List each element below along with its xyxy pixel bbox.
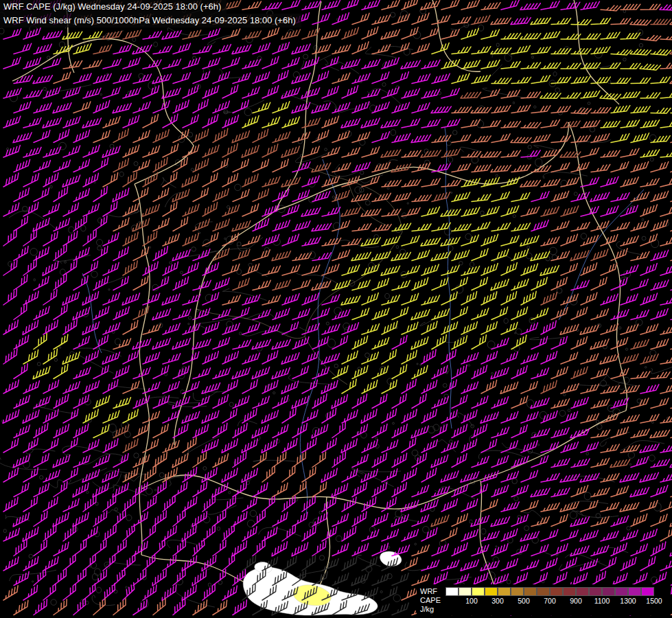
wrf-weather-map-screen: WRF CAPE (J/kg) Wednesday 24-09-2025 18:… — [0, 0, 672, 618]
region-border-line — [305, 232, 402, 336]
legend-swatch — [459, 587, 472, 596]
region-border-line — [196, 309, 305, 339]
legend-param-label: CAPE — [420, 596, 441, 605]
country-border-line — [141, 411, 626, 509]
legend-swatch — [537, 587, 550, 596]
country-border-line — [568, 122, 627, 411]
legend-swatch — [445, 587, 459, 596]
legend-swatch-row — [445, 587, 667, 596]
legend-tick-label: 900 — [563, 596, 589, 606]
title-line-cape: WRF CAPE (J/kg) Wednesday 24-09-2025 18:… — [0, 0, 227, 14]
legend-swatch — [511, 587, 524, 596]
legend-tick-row: 100300500700900110013001500 — [459, 596, 667, 606]
legend-tick-label: 1100 — [589, 596, 615, 606]
cape-legend: WRF CAPE J/kg 10030050070090011001300150… — [417, 584, 671, 615]
weather-map-svg — [0, 0, 672, 618]
legend-swatch — [576, 587, 589, 596]
legend-tick-label: 500 — [511, 596, 537, 606]
legend-tick-label: 300 — [485, 596, 511, 606]
legend-swatch — [628, 587, 641, 596]
legend-tick-label: 1300 — [615, 596, 641, 606]
legend-swatch — [550, 587, 563, 596]
legend-swatch — [615, 587, 628, 596]
country-border-line — [574, 0, 619, 104]
legend-tick-label: 1500 — [641, 596, 667, 606]
legend-swatch — [472, 587, 485, 596]
country-border-line — [135, 184, 150, 555]
title-block: WRF CAPE (J/kg) Wednesday 24-09-2025 18:… — [0, 0, 301, 27]
legend-body: 100300500700900110013001500 — [445, 587, 667, 606]
legend-units-label: J/kg — [420, 605, 441, 614]
legend-swatch — [485, 587, 498, 596]
legend-model-label: WRF — [420, 587, 441, 596]
legend-swatch — [524, 587, 537, 596]
country-border-line — [174, 210, 276, 445]
legend-swatch — [563, 587, 576, 596]
legend-swatch — [498, 587, 511, 596]
legend-meta: WRF CAPE J/kg — [420, 587, 441, 614]
legend-swatch — [602, 587, 615, 596]
legend-tick-label: 100 — [459, 596, 485, 606]
legend-swatch — [641, 587, 654, 596]
legend-swatch — [589, 587, 602, 596]
title-line-shear: WRF Wind shear (m/s) 500/1000hPa Wednesd… — [0, 14, 301, 27]
legend-tick-label: 700 — [537, 596, 563, 606]
